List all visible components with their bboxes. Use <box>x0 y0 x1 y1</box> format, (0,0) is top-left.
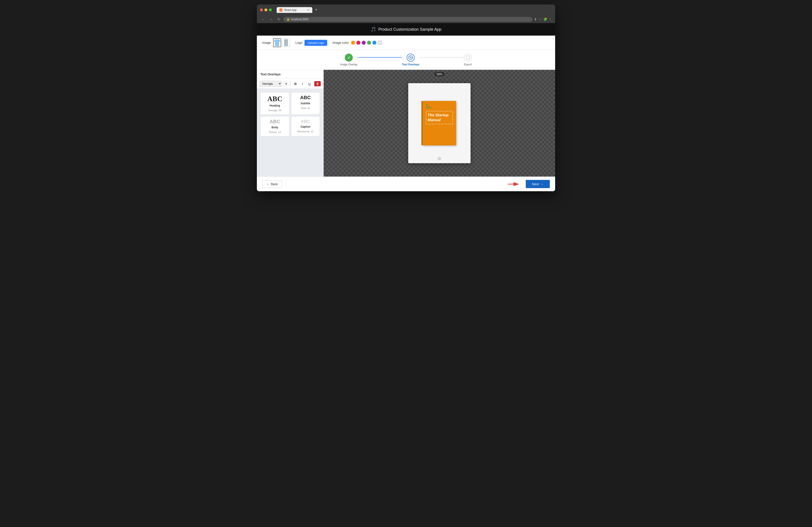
text-card-body[interactable]: ABC Body Roboto, 14 <box>260 116 289 136</box>
color-swatch-purple[interactable] <box>362 41 366 45</box>
book-cover: 🌿 eden The Startup Manual <box>423 101 456 146</box>
share-icon[interactable]: ⬆ <box>534 18 537 21</box>
text-cards: ABC Heading Georgia, 59 ABC Subtitle Ari… <box>257 89 323 140</box>
color-grid-icon[interactable] <box>378 41 382 45</box>
arrow-indicator <box>507 181 522 187</box>
underline-button[interactable]: U <box>306 81 313 86</box>
body-sublabel: Roboto, 14 <box>269 131 281 133</box>
image-toolbar-group: Image <box>262 38 290 47</box>
browser-titlebar: ⚛ React App ✕ + <box>257 4 555 15</box>
url-text: localhost:3000 <box>291 18 308 21</box>
back-label: Back <box>271 182 278 186</box>
color-swatch-pink[interactable] <box>357 41 360 45</box>
step-line-1 <box>358 57 402 58</box>
subtitle-preview: ABC <box>300 95 311 100</box>
step-3-circle: ↓ <box>464 54 472 62</box>
menu-icon[interactable]: ⋮ <box>549 18 552 21</box>
browser-content: 🎵 Product Customization Sample App Image <box>257 23 555 191</box>
bottom-bar: ← Back Next → <box>257 177 555 191</box>
canvas-document[interactable]: 🌿 eden The Startup Manual <box>408 83 470 163</box>
refresh-button[interactable]: ↻ <box>276 17 281 22</box>
new-tab-button[interactable]: + <box>313 7 319 13</box>
left-panel: Text Overlays Georgia Arial Roboto Monts… <box>257 70 324 177</box>
tab-favicon: ⚛ <box>279 9 282 12</box>
heading-sublabel: Georgia, 59 <box>269 109 281 111</box>
bookmark-icon[interactable]: ☆ <box>539 18 541 21</box>
caption-label: Caption <box>301 125 310 128</box>
font-toolbar: Georgia Arial Roboto Montserrat 49 ▲ ▼ <box>257 79 323 89</box>
page-wrapper: ⚛ React App ✕ + ← → ↻ 🔒 localhost:3000 ⬆… <box>0 0 812 527</box>
browser-window: ⚛ React App ✕ + ← → ↻ 🔒 localhost:3000 ⬆… <box>257 4 555 191</box>
back-button[interactable]: ← Back <box>262 180 282 188</box>
svg-text:Tt: Tt <box>409 57 412 59</box>
app-title: Product Customization Sample App <box>378 27 441 32</box>
next-label: Next <box>532 182 539 186</box>
step-1-circle: ✓ <box>345 54 353 62</box>
forward-nav-button[interactable]: → <box>268 17 274 22</box>
back-arrow-icon: ← <box>266 182 270 186</box>
text-color-picker[interactable] <box>289 81 291 86</box>
bold-button[interactable]: B <box>292 81 299 86</box>
tab-close-button[interactable]: ✕ <box>307 8 310 12</box>
step-2-label: Text Overlays <box>402 63 419 66</box>
app-logo-icon: 🎵 <box>371 27 376 32</box>
upload-logo-button[interactable]: Upload Logo <box>304 40 327 46</box>
book-title[interactable]: The Startup Manual <box>426 111 453 124</box>
text-card-heading[interactable]: ABC Heading Georgia, 59 <box>260 92 289 115</box>
body-preview: ABC <box>270 119 280 124</box>
heading-preview: ABC <box>267 95 282 102</box>
color-swatches <box>351 41 382 45</box>
font-family-select[interactable]: Georgia Arial Roboto Montserrat <box>260 81 282 87</box>
text-card-caption[interactable]: ABC Caption Montserrat, 12 <box>291 116 320 136</box>
book-spine <box>421 101 423 146</box>
next-button[interactable]: Next → <box>526 180 550 188</box>
image-thumb-front[interactable] <box>273 38 281 47</box>
steps-bar: ✓ Image Overlay Tt Text Overlays <box>257 50 555 70</box>
extensions-icon[interactable]: 🧩 <box>543 18 547 21</box>
text-card-subtitle[interactable]: ABC Subtitle Arial, 16 <box>291 92 320 115</box>
panel-header: Text Overlays <box>257 70 323 79</box>
subtitle-sublabel: Arial, 16 <box>301 107 310 109</box>
caption-preview: ABC <box>301 119 310 123</box>
step-line-2 <box>419 57 464 58</box>
image-color-label: Image color <box>333 41 349 44</box>
color-swatch-orange[interactable] <box>351 41 355 45</box>
canvas-area: 58% 🌿 eden The Startup Manual <box>324 70 555 177</box>
main-content: Text Overlays Georgia Arial Roboto Monts… <box>257 70 555 177</box>
close-window-button[interactable] <box>260 9 263 11</box>
image-options <box>273 38 290 47</box>
traffic-lights <box>260 9 272 11</box>
maximize-window-button[interactable] <box>269 9 272 11</box>
step-image-overlay[interactable]: ✓ Image Overlay <box>340 54 358 66</box>
browser-tab[interactable]: ⚛ React App ✕ <box>277 7 312 13</box>
image-label: Image <box>262 41 271 44</box>
step-export[interactable]: ↓ Export <box>464 54 472 66</box>
back-nav-button[interactable]: ← <box>260 17 266 22</box>
color-swatch-green[interactable] <box>367 41 371 45</box>
step-text-overlays[interactable]: Tt Text Overlays <box>402 54 419 66</box>
address-bar[interactable]: 🔒 localhost:3000 <box>284 17 533 22</box>
italic-button[interactable]: I <box>300 81 305 86</box>
subtitle-label: Subtitle <box>301 102 310 105</box>
heading-label: Heading <box>270 104 280 107</box>
logo-label: Logo <box>295 41 302 44</box>
minimize-window-button[interactable] <box>264 9 267 11</box>
body-label: Body <box>272 126 278 129</box>
panel-title: Text Overlays <box>260 73 281 76</box>
app-header: 🎵 Product Customization Sample App <box>257 23 555 35</box>
font-size-input[interactable]: 49 ▲ ▼ <box>284 81 287 86</box>
browser-controls: ← → ↻ 🔒 localhost:3000 ⬆ ☆ 🧩 ⋮ <box>257 15 555 23</box>
color-toolbar-group: Image color <box>333 41 382 45</box>
image-thumb-side[interactable] <box>282 38 290 47</box>
toolbar: Image <box>257 35 555 50</box>
caption-sublabel: Montserrat, 12 <box>298 130 314 133</box>
color-swatch-blue[interactable] <box>372 41 376 45</box>
zoom-label: 58% <box>434 72 445 76</box>
svg-rect-0 <box>284 39 288 46</box>
svg-text:↓: ↓ <box>467 57 468 59</box>
step-3-label: Export <box>464 63 472 66</box>
delete-overlay-button[interactable]: 🗑 <box>314 81 321 86</box>
step-1-label: Image Overlay <box>340 63 358 66</box>
browser-actions: ⬆ ☆ 🧩 ⋮ <box>534 18 552 21</box>
book-logo-text: eden <box>426 106 432 109</box>
